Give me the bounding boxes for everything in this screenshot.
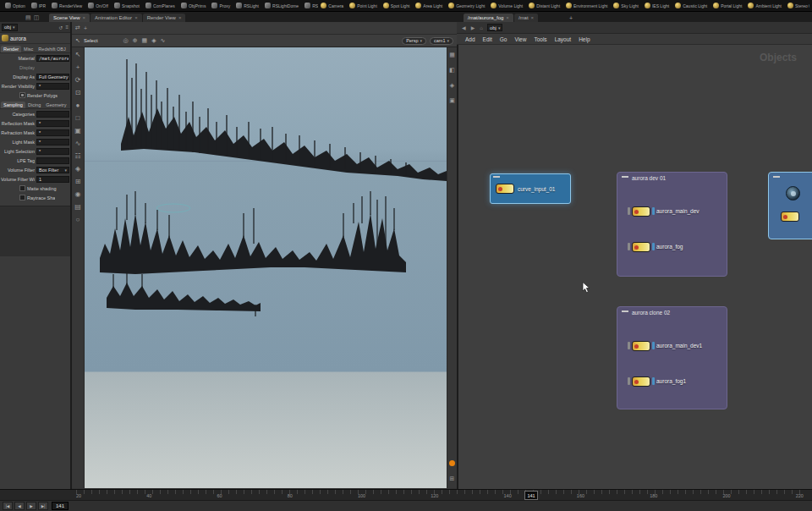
viewport-header-icon[interactable]: ⇄ bbox=[75, 25, 80, 31]
shelf-tool[interactable]: Stereo Camera bbox=[785, 1, 809, 11]
network-menu-item[interactable]: View bbox=[514, 36, 526, 42]
network-menu-item[interactable]: Help bbox=[579, 36, 590, 42]
grid-toggle-icon[interactable]: ⊞ bbox=[450, 475, 455, 481]
shelf-tool[interactable]: ComPlanes bbox=[143, 1, 178, 11]
shelf-tool[interactable]: RSLight bbox=[233, 1, 261, 11]
viewport-tool-icon[interactable]: ● bbox=[76, 102, 80, 109]
material-field[interactable]: /mat/aurora_ bbox=[36, 55, 69, 62]
transport-button[interactable]: ▶ bbox=[26, 502, 36, 510]
node-aurora-main-dev1[interactable]: aurora_main_dev1 bbox=[628, 339, 702, 352]
back-icon[interactable]: ◀ bbox=[461, 25, 467, 30]
parameter-header-icon[interactable]: ↺ bbox=[58, 25, 63, 30]
viewport-toolbar-icon[interactable]: ▦ bbox=[142, 37, 148, 44]
netbox-collapse-handle[interactable] bbox=[622, 176, 628, 178]
parameter-tab[interactable]: Redshift OBJ bbox=[36, 46, 68, 52]
matte-shading-checkbox[interactable] bbox=[19, 185, 25, 191]
light-mask-field[interactable]: * bbox=[36, 139, 69, 146]
node-flag-right[interactable] bbox=[652, 207, 655, 215]
network-menu-item[interactable]: Go bbox=[500, 36, 508, 42]
forward-icon[interactable]: ▶ bbox=[470, 25, 476, 30]
viewport-toolbar-icon[interactable]: ⊕ bbox=[133, 37, 138, 44]
viewport-tool-icon[interactable]: ▤ bbox=[74, 204, 81, 211]
network-context-dropdown[interactable]: obj ▾ bbox=[487, 24, 503, 31]
timeline-ruler[interactable]: 20406080100120140160180200220 141 bbox=[0, 489, 812, 500]
viewport-tool-icon[interactable]: ○ bbox=[76, 217, 80, 223]
transport-button[interactable]: ◀ bbox=[14, 502, 25, 510]
shelf-tool[interactable]: Caustic Light bbox=[672, 1, 710, 11]
refraction-mask-field[interactable]: * bbox=[36, 129, 69, 136]
projection-menu[interactable]: Persp ▾ bbox=[402, 37, 426, 45]
viewport-canvas[interactable] bbox=[85, 47, 447, 488]
node-flag-left[interactable] bbox=[628, 243, 630, 250]
pane-tab[interactable]: Render View × bbox=[143, 14, 186, 22]
node-flag-right[interactable] bbox=[652, 342, 655, 349]
node-flag-left[interactable] bbox=[628, 377, 630, 385]
render-visibility-field[interactable]: * bbox=[36, 83, 69, 90]
viewport-tool-icon[interactable]: + bbox=[76, 64, 80, 71]
shelf-tool[interactable]: Sky Light bbox=[611, 1, 641, 11]
network-box-aurora-clone-02[interactable]: aurora clone 02 aurora_main_dev1 aurora_… bbox=[617, 306, 727, 409]
netbox-collapse-handle[interactable] bbox=[773, 176, 780, 178]
node-flag-right[interactable] bbox=[652, 377, 655, 385]
pane-layout-icon[interactable]: ◫ bbox=[34, 14, 40, 21]
shelf-tool[interactable]: Spot Light bbox=[381, 1, 413, 11]
shelf-tool[interactable]: IES Light bbox=[642, 1, 672, 11]
shelf-tool[interactable]: Environment Light bbox=[563, 1, 610, 11]
shelf-tool[interactable]: RSLightDome bbox=[262, 1, 301, 11]
viewport-tool-icon[interactable]: ∿ bbox=[75, 140, 81, 147]
netbox-collapse-handle[interactable] bbox=[622, 310, 628, 312]
viewport-tool-icon[interactable]: ◈ bbox=[75, 166, 80, 173]
parameter-subtab[interactable]: Geometry bbox=[43, 102, 69, 108]
shelf-tool[interactable]: Proxy bbox=[209, 1, 233, 11]
geometry-node-icon[interactable] bbox=[781, 212, 799, 222]
light-selection-field[interactable]: * bbox=[36, 148, 69, 155]
display-as-dropdown[interactable]: Full Geometry ▾ bbox=[36, 74, 69, 80]
current-frame-field[interactable]: 141 bbox=[52, 502, 69, 510]
parameter-subtab[interactable]: Dicing bbox=[25, 102, 43, 108]
viewport-display-icon[interactable]: ▦ bbox=[449, 52, 455, 58]
network-menu-item[interactable]: Layout bbox=[555, 36, 572, 42]
playhead-marker[interactable]: 141 bbox=[524, 491, 538, 500]
viewport-tool-icon[interactable]: ▣ bbox=[74, 128, 81, 135]
pane-tab[interactable]: Animation Editor × bbox=[91, 14, 142, 22]
lpe-tag-field[interactable] bbox=[36, 157, 69, 164]
parameter-tab[interactable]: Misc bbox=[21, 46, 36, 52]
node-flag-left[interactable] bbox=[628, 342, 630, 349]
viewport-tool-icon[interactable]: ◉ bbox=[75, 191, 81, 198]
shelf-tool[interactable]: RenderView bbox=[49, 1, 85, 11]
home-icon[interactable]: ⌂ bbox=[479, 25, 484, 30]
node-aurora-fog[interactable]: aurora_fog bbox=[628, 240, 683, 253]
shelf-tool[interactable]: Area Light bbox=[413, 1, 445, 11]
viewport-tool-icon[interactable]: ⟳ bbox=[75, 77, 81, 84]
transport-button[interactable]: |◀ bbox=[3, 502, 13, 510]
pane-layout-icon[interactable]: ▤ bbox=[25, 14, 31, 21]
parameter-tab[interactable]: Render bbox=[1, 46, 21, 52]
shelf-tool[interactable]: Portal Light bbox=[710, 1, 744, 11]
close-icon[interactable]: × bbox=[531, 15, 535, 20]
network-menu-item[interactable]: Tools bbox=[534, 36, 546, 42]
viewport-toolbar-icon[interactable]: ∿ bbox=[161, 37, 166, 44]
node-collapse-handle[interactable] bbox=[493, 176, 500, 178]
camera-node-icon[interactable] bbox=[786, 186, 800, 201]
shelf-tool[interactable]: Ambient Light bbox=[745, 1, 784, 11]
network-canvas[interactable]: Objects curve_input_01 aurora dev 01 aur… bbox=[457, 45, 812, 489]
viewport-toolbar-icon[interactable]: ◈ bbox=[151, 37, 156, 44]
shelf-tool[interactable]: Geometry Light bbox=[446, 1, 487, 11]
volume-filter-width-field[interactable]: 1 bbox=[36, 176, 69, 183]
node-flag-left[interactable] bbox=[628, 207, 630, 215]
viewport-tool-icon[interactable]: □ bbox=[76, 115, 80, 122]
select-tool-icon[interactable]: ↖ bbox=[75, 37, 80, 44]
parameter-subtab[interactable]: Sampling bbox=[1, 102, 25, 108]
snapshot-indicator-icon[interactable] bbox=[449, 460, 455, 466]
close-icon[interactable]: × bbox=[134, 15, 138, 20]
volume-filter-dropdown[interactable]: Box Filter ▾ bbox=[36, 167, 69, 173]
viewport-tool-icon[interactable]: ⊡ bbox=[75, 90, 81, 96]
pane-tab[interactable]: /mat/aurora_fog × bbox=[464, 14, 513, 22]
viewport-tool-icon[interactable]: ☷ bbox=[74, 153, 80, 160]
new-tab-button[interactable]: + bbox=[567, 15, 575, 21]
context-dropdown[interactable]: obj ▾ bbox=[2, 24, 18, 31]
shelf-tool[interactable]: Volume Light bbox=[488, 1, 525, 11]
viewport-tool-icon[interactable]: ↖ bbox=[75, 52, 81, 58]
render-polygs-checkbox[interactable] bbox=[19, 92, 25, 98]
parameter-header-icon[interactable]: ≡ bbox=[65, 25, 69, 30]
